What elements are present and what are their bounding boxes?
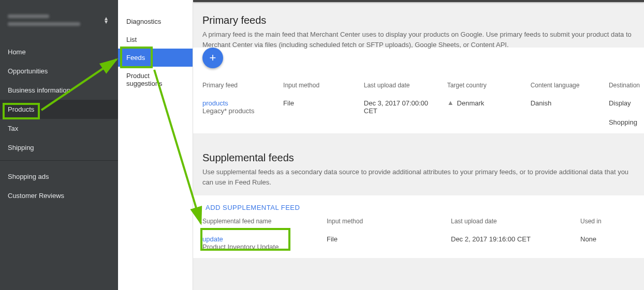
cell-supp-method: File — [327, 231, 451, 251]
supplemental-feeds-desc: Use supplemental feeds as a secondary da… — [202, 167, 637, 187]
add-supplemental-feed-button[interactable]: ADD SUPPLEMENTAL FEED — [202, 195, 303, 216]
subnav-item-diagnostics[interactable]: Diagnostics — [118, 12, 193, 30]
subnav-item-list[interactable]: List — [118, 30, 193, 49]
cell-last-upload: Dec 3, 2017 07:00:00 CET — [364, 95, 447, 126]
supp-feed-name-link[interactable]: update — [202, 235, 323, 243]
supplemental-feeds-table: Supplemental feed name Input method Last… — [202, 218, 644, 251]
account-name-blurred — [8, 14, 49, 18]
feed-name-link[interactable]: products — [202, 99, 279, 107]
col-primary-feed: Primary feed — [202, 82, 283, 95]
col-last-upload: Last upload date — [364, 82, 447, 95]
add-primary-feed-button[interactable]: + — [202, 48, 223, 68]
col-content-language: Content language — [531, 82, 609, 95]
col-supp-method: Input method — [327, 218, 451, 231]
expand-icon[interactable]: ▴▾ — [105, 17, 108, 24]
col-target-country: Target country — [447, 82, 531, 95]
cell-content-language: Danish — [531, 95, 609, 126]
col-destination: Destination — [609, 82, 644, 95]
sidebar-item-home[interactable]: Home — [0, 42, 118, 62]
table-row[interactable]: update Product Inventory Update File Dec… — [202, 231, 644, 251]
sidebar-item-opportunities[interactable]: Opportunities — [0, 62, 118, 81]
primary-feeds-title: Primary feeds — [202, 14, 644, 26]
cell-input-method: File — [283, 95, 364, 126]
sidebar-item-products[interactable]: Products — [0, 100, 118, 119]
main-content: Primary feeds A primary feed is the main… — [193, 0, 644, 290]
products-subnav: Diagnostics List Feeds Product suggestio… — [118, 0, 193, 290]
subnav-item-product-suggestions[interactable]: Product suggestions — [118, 67, 193, 93]
supp-feed-note: Product Inventory Update — [202, 243, 323, 251]
col-input-method: Input method — [283, 82, 364, 95]
left-sidebar: ▴▾ Home Opportunities Business informati… — [0, 0, 118, 290]
sidebar-divider — [0, 160, 118, 161]
sidebar-item-customer-reviews[interactable]: Customer Reviews — [0, 186, 118, 205]
sidebar-item-shipping[interactable]: Shipping — [0, 138, 118, 157]
account-id-blurred — [8, 22, 80, 26]
sidebar-item-business-information[interactable]: Business information — [0, 81, 118, 100]
cell-supp-last-upload: Dec 2, 2017 19:16:00 CET — [451, 231, 580, 251]
chevron-up-icon: ▲ — [447, 99, 454, 106]
col-supp-last-upload: Last upload date — [451, 218, 580, 231]
sidebar-item-shopping-ads[interactable]: Shopping ads — [0, 167, 118, 186]
cell-destination: Display Shopping — [609, 95, 644, 126]
primary-feeds-desc: A primary feed is the main feed that Mer… — [202, 29, 637, 50]
col-supp-used-in: Used in — [580, 218, 644, 231]
sidebar-item-tax[interactable]: Tax — [0, 119, 118, 138]
table-row[interactable]: products Legacy* products File Dec 3, 20… — [202, 95, 644, 126]
account-switcher[interactable]: ▴▾ — [0, 11, 118, 39]
feed-note: Legacy* products — [202, 107, 279, 115]
col-supp-name: Supplemental feed name — [202, 218, 327, 231]
cell-supp-used-in: None — [580, 231, 644, 251]
primary-feeds-table: Primary feed Input method Last upload da… — [202, 82, 644, 126]
subnav-item-feeds[interactable]: Feeds — [118, 49, 193, 67]
cell-target-country: ▲Denmark — [447, 95, 531, 126]
supplemental-feeds-title: Supplemental feeds — [202, 152, 644, 164]
